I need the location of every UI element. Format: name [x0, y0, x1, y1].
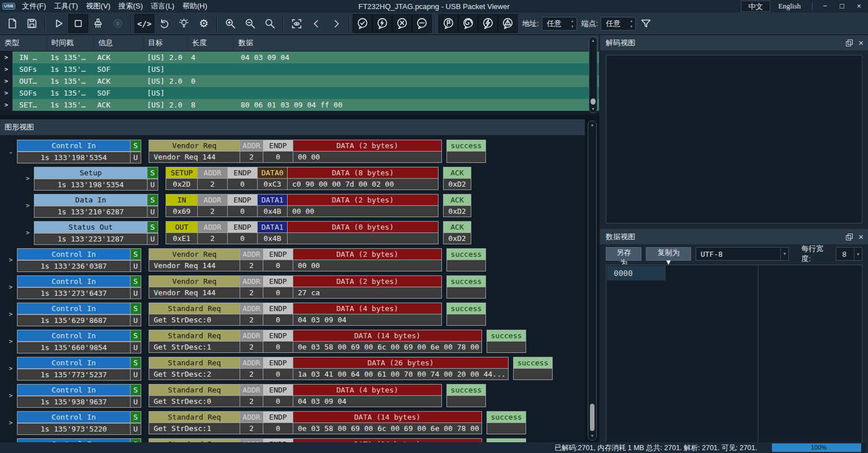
hex-offset-cell[interactable]: 0000: [607, 266, 666, 281]
packet-row[interactable]: >SOFs1s 135'…SOF[US]: [0, 87, 599, 99]
save-file-button[interactable]: [22, 14, 42, 33]
zoom-out-button[interactable]: [240, 14, 260, 33]
menu-item-5[interactable]: 帮助(H): [179, 1, 211, 12]
close-button[interactable]: ×: [851, 1, 867, 12]
expand-chevron[interactable]: >: [5, 384, 17, 408]
field-addr[interactable]: ADDR2: [240, 303, 263, 326]
field-data[interactable]: DATA (4 bytes)04 03 09 04: [293, 384, 442, 407]
field-req[interactable]: Vendor ReqVendor Req 144: [149, 248, 240, 271]
code-view-button[interactable]: </>: [134, 14, 154, 33]
field-req[interactable]: Standard ReqGet StrDesc:1: [149, 438, 240, 442]
transaction-block[interactable]: >SetupS1s 133'198'5354USETUP0x2DADDR2END…: [17, 167, 585, 191]
expand-chevron[interactable]: >: [5, 411, 17, 435]
filter-warning-button[interactable]: [498, 14, 518, 33]
field-data[interactable]: DATA (2 bytes)00 00: [293, 248, 442, 271]
filter-ack-button[interactable]: [353, 14, 372, 33]
zoom-reset-button[interactable]: [260, 14, 280, 33]
field-endp[interactable]: ENDP0: [263, 438, 293, 442]
result-cell[interactable]: success: [446, 303, 486, 326]
collapse-chevron[interactable]: ⌄: [5, 140, 17, 163]
field-endp[interactable]: ENDP0: [227, 167, 258, 190]
open-file-button[interactable]: [2, 14, 22, 33]
field-req[interactable]: Standard ReqGet StrDesc:0: [149, 384, 240, 407]
field-token[interactable]: OUT0xE1: [166, 221, 198, 244]
field-endp[interactable]: ENDP0: [263, 330, 293, 353]
panel-splitter[interactable]: [600, 223, 868, 229]
result-cell[interactable]: success: [446, 384, 486, 407]
expand-chevron[interactable]: >: [21, 221, 34, 245]
field-data[interactable]: DATA (14 bytes)0e 03 58 00 69 00 6c 00 6…: [293, 411, 482, 434]
filter-nak-button[interactable]: [392, 14, 412, 33]
field-addr[interactable]: ADDR2: [240, 275, 263, 299]
menu-item-3[interactable]: 搜索(S): [115, 1, 146, 12]
field-data[interactable]: DATA (14 bytes)0e 03 58 00 69 00 6c 00 6…: [293, 438, 482, 442]
transaction-block[interactable]: >Control InS1s 133'273'6437UVendor ReqVe…: [0, 275, 585, 299]
transaction-block[interactable]: >Control InS1s 133'236'0387UVendor ReqVe…: [0, 248, 585, 272]
transaction-block[interactable]: >Data InS1s 133'210'6287UIN0x69ADDR2ENDP…: [17, 194, 585, 218]
field-req[interactable]: Vendor ReqVendor Req 144: [149, 275, 240, 299]
expand-chevron[interactable]: >: [21, 194, 34, 218]
field-addr[interactable]: ADDR2: [197, 167, 228, 190]
scroll-down-arrow[interactable]: ▼: [588, 434, 596, 438]
column-header-4[interactable]: 长度: [188, 35, 234, 51]
field-endp[interactable]: ENDP0: [227, 194, 258, 217]
field-endp[interactable]: ENDP0: [227, 221, 258, 244]
field-addr[interactable]: ADDR2: [240, 438, 263, 442]
theme-toggle-button[interactable]: [174, 14, 194, 33]
result-cell[interactable]: success: [446, 140, 486, 163]
float-panel-icon[interactable]: [846, 40, 853, 46]
menu-item-0[interactable]: 文件(F): [19, 1, 50, 12]
block-summary[interactable]: Status OutS1s 133'223'1287U: [34, 221, 158, 245]
field-addr[interactable]: ADDR2: [240, 248, 263, 271]
block-summary[interactable]: Control InS1s 136'...U: [17, 438, 141, 442]
column-header-3[interactable]: 目标: [144, 35, 188, 51]
block-summary[interactable]: Data InS1s 133'210'6287U: [34, 194, 158, 218]
combo-dropdown-arrow[interactable]: ▼: [780, 248, 788, 260]
block-summary[interactable]: Control InS1s 135'773'5237U: [17, 357, 141, 381]
endpoint-spin-arrows[interactable]: ▲▼: [628, 18, 635, 29]
field-data[interactable]: DATA (2 bytes)27 ca: [293, 275, 442, 299]
field-addr[interactable]: ADDR2: [240, 357, 263, 380]
field-data[interactable]: DATA (8 bytes)c0 90 00 00 7d 00 02 00: [287, 167, 439, 190]
expand-chevron[interactable]: >: [5, 248, 17, 272]
minimize-button[interactable]: −: [817, 1, 833, 12]
field-addr[interactable]: ADDR2: [240, 384, 263, 407]
result-cell[interactable]: success: [513, 357, 553, 380]
field-endp[interactable]: ENDP0: [263, 275, 293, 299]
field-data[interactable]: DATA (0 bytes): [287, 221, 439, 244]
filter-sof-button[interactable]: [458, 14, 478, 33]
field-addr[interactable]: ADDR2: [197, 194, 228, 217]
row-expand-chevron[interactable]: >: [0, 51, 12, 63]
table-scrollbar[interactable]: ▲ ▼: [589, 37, 597, 113]
table-scroll-thumb[interactable]: [591, 98, 596, 105]
block-summary[interactable]: SetupS1s 133'198'5354U: [34, 167, 158, 191]
transaction-block[interactable]: >Control InS1s 135'629'8687UStandard Req…: [0, 303, 585, 326]
transaction-block[interactable]: >Control InS1s 136'...UStandard ReqGet S…: [0, 438, 585, 442]
field-token[interactable]: SETUP0x2D: [166, 167, 198, 190]
reset-view-button[interactable]: [154, 14, 174, 33]
packet-row[interactable]: >SOFs1s 135'…SOF[US]: [0, 63, 599, 75]
expand-chevron[interactable]: >: [5, 275, 17, 299]
graphics-scroll-thumb[interactable]: [590, 404, 594, 431]
transaction-block[interactable]: >Control InS1s 135'773'5237UStandard Req…: [0, 357, 585, 381]
expand-chevron[interactable]: >: [21, 167, 34, 191]
lang-english-button[interactable]: English: [771, 1, 808, 12]
field-token[interactable]: IN0x69: [166, 194, 198, 217]
filter-funnel-button[interactable]: [636, 14, 656, 33]
block-summary[interactable]: Control InS1s 135'660'9854U: [17, 330, 141, 353]
field-data[interactable]: DATA (26 bytes)1a 03 41 00 64 00 61 00 7…: [293, 357, 509, 380]
field-data[interactable]: DATA (2 bytes)00 00: [287, 194, 439, 217]
transaction-block[interactable]: >Control InS1s 135'938'9637UStandard Req…: [0, 384, 585, 408]
close-panel-icon[interactable]: ×: [858, 232, 863, 241]
block-summary[interactable]: Control InS1s 133'273'6437U: [17, 275, 141, 299]
block-summary[interactable]: Control InS1s 133'198'5354U: [17, 140, 141, 163]
record-button[interactable]: [108, 14, 128, 33]
block-summary[interactable]: Control InS1s 135'938'9637U: [17, 384, 141, 408]
field-req[interactable]: Standard ReqGet StrDesc:2: [149, 357, 240, 380]
field-data1[interactable]: DATA10x4B: [257, 194, 288, 217]
zoom-in-button[interactable]: [220, 14, 240, 33]
field-data1[interactable]: DATA10x4B: [257, 221, 288, 244]
block-summary[interactable]: Control InS1s 133'236'0387U: [17, 248, 141, 272]
field-data0[interactable]: DATA00xC3: [257, 167, 288, 190]
result-cell[interactable]: ACK0xD2: [443, 194, 471, 217]
